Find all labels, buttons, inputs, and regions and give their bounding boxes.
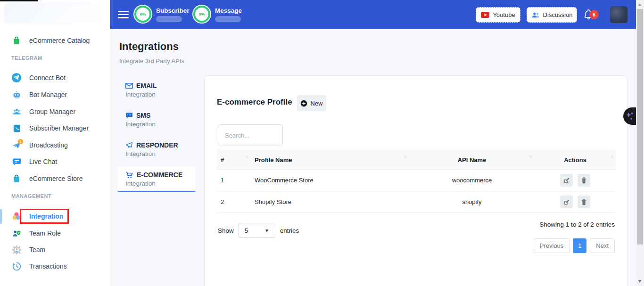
delete-button[interactable] — [578, 174, 590, 187]
entries-label: entries — [280, 227, 299, 234]
chat-bubble-icon — [11, 156, 22, 167]
sidebar-item-label: eCommerce Catalog — [29, 37, 90, 44]
app-logo — [4, 2, 105, 24]
history-clock-icon — [11, 261, 22, 271]
sidebar-section-telegram: TELEGRAM — [11, 55, 42, 61]
column-header-api-name[interactable]: API Name↑↓ — [409, 150, 535, 170]
sidebar-item-ecommerce-catalog[interactable]: eCommerce Catalog — [11, 34, 90, 47]
edit-button[interactable] — [560, 196, 573, 208]
paper-plane-icon — [125, 142, 133, 148]
sidebar-item-connect-bot[interactable]: Connect Bot — [11, 71, 66, 84]
new-profile-button[interactable]: New — [297, 95, 326, 111]
broadcast-plane-icon: 1 — [11, 140, 22, 150]
row-num: 2 — [217, 191, 251, 213]
previous-page-button[interactable]: Previous — [534, 238, 570, 253]
shopping-bag-green-icon — [11, 35, 22, 46]
scroll-up-arrow[interactable] — [638, 3, 642, 6]
subnav-subtitle: Integration — [125, 150, 188, 157]
vertical-scrollbar[interactable] — [636, 0, 644, 286]
row-api-name: shopify — [409, 191, 535, 213]
sidebar-item-transactions[interactable]: Transactions — [11, 260, 67, 273]
scrollbar-thumb[interactable] — [637, 9, 643, 245]
scroll-down-arrow[interactable] — [638, 280, 642, 283]
brand-top-bar — [0, 0, 38, 1]
search-input[interactable] — [218, 124, 283, 146]
gear-person-icon — [11, 245, 22, 255]
subscriber-stat-value-blurred — [156, 16, 182, 22]
subnav-responder-integration[interactable]: RESPONDER Integration — [118, 137, 195, 162]
youtube-button[interactable]: Youtube — [476, 7, 520, 23]
main-content: Integrations Integrate 3rd Party APIs EM… — [110, 29, 636, 286]
discussion-button[interactable]: Discussion — [527, 7, 577, 23]
sidebar-item-label: Team — [29, 246, 45, 253]
sidebar-item-label: Subscriber Manager — [29, 124, 89, 132]
cart-icon — [125, 172, 133, 179]
table-row: 1 WooCommerce Store woocommerce — [217, 170, 616, 191]
message-stat-label: Message — [215, 7, 242, 14]
panel-title: E-commerce Profile — [217, 98, 292, 107]
ecommerce-profile-card: E-commerce Profile New #↑↓ Profile Name↑… — [204, 75, 627, 286]
pagination: Previous 1 Next — [534, 238, 615, 253]
page-size-value: 5 — [245, 227, 248, 234]
page-size-control: Show 5 ▼ entries — [218, 223, 299, 238]
show-label: Show — [218, 227, 234, 234]
subnav-title: E-COMMERCE — [137, 171, 182, 179]
column-header-num[interactable]: #↑↓ — [217, 150, 251, 170]
chevron-down-icon: ▼ — [264, 228, 269, 233]
sparkles-icon — [625, 111, 635, 122]
email-icon — [125, 83, 133, 89]
person-shield-icon — [11, 228, 22, 238]
sidebar-item-ecommerce-store[interactable]: eCommerce Store — [11, 172, 83, 185]
contact-book-icon — [11, 123, 22, 133]
subnav-title: RESPONDER — [136, 141, 178, 149]
robot-icon — [11, 90, 22, 100]
sidebar-item-group-manager[interactable]: Group Manager — [11, 105, 75, 118]
sidebar-item-team-role[interactable]: Team Role — [11, 227, 61, 240]
sidebar-item-team[interactable]: Team — [11, 243, 45, 256]
sidebar-item-label: Broadcasting — [29, 141, 68, 149]
subnav-subtitle: Integration — [125, 180, 188, 187]
top-bar: 0% Subscriber 0% Message Youtube Discuss… — [110, 0, 636, 29]
message-progress-ring: 0% — [193, 6, 210, 23]
subnav-email-integration[interactable]: EMAIL Integration — [118, 78, 195, 102]
page-1-button[interactable]: 1 — [573, 238, 586, 253]
youtube-icon — [481, 12, 489, 18]
page-subtitle: Integrate 3rd Party APIs — [119, 57, 184, 65]
subnav-sms-integration[interactable]: SMS Integration — [118, 107, 195, 132]
message-stat: 0% Message — [193, 6, 242, 23]
sidebar-item-label: Live Chat — [29, 158, 57, 165]
telegram-icon — [11, 73, 22, 83]
sidebar-item-label: eCommerce Store — [29, 175, 83, 182]
notification-count-badge: 6 — [589, 10, 599, 19]
subnav-title: SMS — [136, 112, 150, 119]
group-icon — [11, 106, 22, 117]
subnav-ecommerce-integration[interactable]: E-COMMERCE Integration — [118, 167, 195, 192]
page-title: Integrations — [119, 41, 179, 53]
column-header-actions[interactable]: Actions↑↓ — [535, 150, 616, 170]
user-avatar[interactable] — [610, 6, 627, 23]
next-page-button[interactable]: Next — [590, 238, 615, 253]
sidebar-item-broadcasting[interactable]: 1 Broadcasting — [11, 139, 68, 152]
plus-circle-icon — [300, 100, 307, 107]
notification-bell[interactable]: 6 — [583, 8, 602, 24]
sidebar-item-subscriber-manager[interactable]: Subscriber Manager — [11, 122, 89, 135]
sidebar-item-live-chat[interactable]: Live Chat — [11, 155, 57, 168]
shopping-bag-blue-icon — [11, 173, 22, 184]
sidebar-section-management: MANAGEMENT — [11, 193, 51, 199]
showing-entries-text: Showing 1 to 2 of 2 entries — [539, 221, 615, 228]
users-icon — [531, 12, 540, 18]
sms-icon — [125, 112, 133, 119]
sidebar-item-bot-manager[interactable]: Bot Manager — [11, 88, 67, 101]
annotation-red-box — [20, 209, 69, 224]
sidebar-item-label: Connect Bot — [29, 74, 66, 82]
delete-button[interactable] — [578, 196, 590, 208]
column-header-profile-name[interactable]: Profile Name↑↓ — [251, 150, 409, 170]
table-row: 2 Shopify Store shopify — [217, 191, 616, 213]
youtube-button-label: Youtube — [493, 11, 515, 18]
edit-button[interactable] — [560, 174, 573, 187]
broadcasting-badge: 1 — [18, 139, 23, 144]
page-size-select[interactable]: 5 ▼ — [239, 223, 275, 238]
hamburger-menu-icon[interactable] — [118, 11, 129, 18]
sort-icon: ↑↓ — [529, 154, 532, 159]
integration-subnav: EMAIL Integration SMS Integration RESPON… — [118, 78, 195, 197]
